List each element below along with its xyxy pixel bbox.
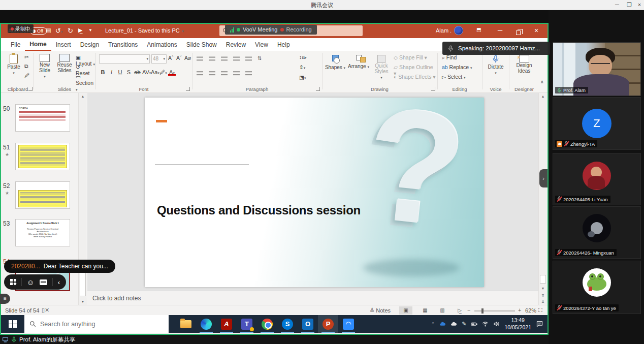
taskbar-outlook[interactable]: O (298, 315, 318, 333)
bullets-button[interactable] (197, 56, 203, 61)
taskbar-teams[interactable]: T (237, 315, 257, 333)
align-right-button[interactable] (221, 71, 228, 76)
tab-animations[interactable]: Animations (142, 39, 181, 50)
taskbar-search-input[interactable] (40, 321, 152, 328)
redo-button[interactable]: ↻ (68, 27, 73, 35)
wifi-icon[interactable] (482, 321, 489, 327)
grow-font-button[interactable]: Aˆ (168, 55, 174, 61)
tab-view[interactable]: View (250, 39, 273, 50)
align-text-button[interactable]: ⇕▾ (299, 64, 305, 70)
slide-thumbnail-52[interactable] (15, 181, 70, 209)
design-ideas-button[interactable]: ⚡ Design Ideas (511, 55, 537, 74)
participant-tile-zhengyi[interactable]: Z Zhengyi-TA (553, 97, 641, 150)
slide-title-text[interactable]: Questions and Discussions session (157, 203, 361, 217)
accessibility-checker-icon[interactable]: ▯✕ (42, 307, 49, 314)
thumbnail-scrollbar[interactable]: ▲ ▼ (78, 93, 86, 305)
text-shadow-button[interactable]: S (125, 69, 133, 76)
copy-button[interactable]: ⧉ (24, 63, 28, 70)
zoom-level[interactable]: 62% (525, 307, 536, 314)
onedrive-icon[interactable] (439, 321, 446, 327)
new-slide-button[interactable]: New Slide▾ (35, 54, 54, 79)
fit-slide-to-window-button[interactable]: ⛶ (538, 307, 542, 314)
justify-button[interactable] (233, 71, 240, 76)
paragraph-dialog-launcher[interactable] (316, 87, 320, 91)
voov-status-overlay[interactable]: VooV Meeting Recording (225, 25, 317, 35)
taskbar-acrobat[interactable]: A (216, 315, 237, 333)
voov-maximize-button[interactable]: ❐ (624, 0, 635, 10)
tab-insert[interactable]: Insert (51, 39, 76, 50)
voov-close-button[interactable]: × (634, 0, 644, 10)
find-button[interactable]: ⌕ Find (442, 54, 457, 61)
layout-grid-icon[interactable] (10, 279, 16, 285)
battery-icon[interactable] (471, 321, 477, 327)
scroll-up-arrow[interactable]: ▲ (539, 93, 547, 100)
strikethrough-button[interactable]: ab (134, 69, 141, 76)
participant-tile-yaotanye[interactable]: 2020264372-Y ao tan ye (553, 261, 641, 314)
shape-fill-button[interactable]: ◇ Shape Fill ▾ (394, 54, 427, 60)
start-button[interactable] (1, 315, 24, 333)
account-avatar[interactable] (454, 26, 463, 35)
slide-thumbnail-50[interactable]: CORBA (15, 104, 70, 132)
columns-button[interactable] (245, 71, 252, 76)
increase-indent-button[interactable] (233, 56, 240, 61)
change-case-button[interactable]: Aa▾ (151, 69, 158, 76)
taskbar-clock[interactable]: 13:49 10/05/2021 (504, 317, 531, 330)
font-color-button[interactable]: A▾ (168, 69, 176, 76)
underline-button[interactable]: U (116, 69, 124, 76)
taskbar-skype[interactable]: S (277, 315, 298, 333)
cloud-icon[interactable] (450, 321, 457, 327)
text-direction-button[interactable]: ↕a▾ (299, 54, 307, 60)
drawing-dialog-launcher[interactable] (431, 87, 435, 91)
account-name[interactable]: Alam . (436, 27, 452, 34)
arrange-button[interactable]: Arrange ▾ (347, 55, 370, 69)
quick-access-toolbar-menu[interactable]: ▼ (88, 28, 92, 33)
line-spacing-button[interactable] (245, 56, 252, 61)
ppt-minimize-button[interactable]: ─ (498, 26, 502, 34)
slideshow-view-button[interactable]: ▷̲ (453, 306, 466, 315)
participant-tile-prof-alam[interactable]: Prof. Alam (553, 42, 641, 96)
dictate-button[interactable]: Dictate▾ (485, 55, 507, 75)
taskbar-search[interactable] (24, 315, 169, 333)
taskbar-edge[interactable] (196, 315, 216, 333)
chat-notification[interactable]: 2020280... Dear Teacher can you... (4, 260, 115, 273)
current-slide-canvas[interactable]: ? Questions and Discussions session (145, 98, 484, 287)
font-name-combo[interactable]: ▾ (99, 54, 150, 64)
convert-smartart-button[interactable]: ⬔▾ (299, 74, 306, 80)
reading-view-button[interactable]: ▥ (436, 306, 449, 315)
font-size-combo[interactable]: 48▾ (151, 54, 167, 64)
voov-minimize-button[interactable]: ─ (611, 0, 623, 10)
taskbar-voov[interactable]: ◠ (338, 315, 359, 333)
replace-button[interactable]: ab Replace ▾ (442, 64, 472, 70)
slide-thumbnail-53[interactable]: Assignment 1/ Course Work 1 Review Paper… (15, 219, 70, 246)
undo-button[interactable]: ↺▾ (55, 27, 62, 35)
zoom-slider[interactable] (474, 310, 515, 311)
participant-tile-mingxuan[interactable]: 2020264426- Mingxuan (553, 206, 641, 259)
align-left-button[interactable] (197, 71, 203, 76)
font-dialog-launcher[interactable] (186, 87, 190, 91)
tab-slideshow[interactable]: Slide Show (182, 39, 221, 50)
shapes-button[interactable]: Shapes ▾ (325, 55, 346, 70)
next-slide-button[interactable]: ⇊ (539, 298, 547, 305)
sort-text-button[interactable]: ⇅ (257, 55, 262, 61)
shape-effects-button[interactable]: ◐ Shape Effects ▾ (394, 74, 436, 80)
highlight-color-button[interactable]: 🖉▾ (159, 69, 167, 76)
collapse-ribbon-button[interactable]: ∧ (540, 79, 544, 84)
reactions-smiley-icon[interactable]: ☺ (27, 278, 35, 286)
reuse-slides-button[interactable]: Reuse Slides (54, 54, 75, 73)
volume-icon[interactable] (493, 321, 500, 327)
slide-thumbnail-51[interactable] (15, 143, 70, 170)
tab-help[interactable]: Help (273, 39, 295, 50)
zoom-in-button[interactable]: + (518, 307, 521, 313)
scrollbar-thumb[interactable] (540, 275, 546, 284)
sidebar-collapse-handle[interactable]: › (539, 169, 548, 187)
taskbar-chrome[interactable] (257, 315, 277, 333)
chat-bubble-icon[interactable] (40, 279, 47, 285)
main-scrollbar[interactable]: ▲ ▼ ⇈ ⇊ (538, 93, 546, 305)
zoom-slider-thumb[interactable] (481, 308, 484, 314)
normal-view-button[interactable]: ▣ (399, 306, 412, 315)
participant-tile-liyuan[interactable]: 2020264405-Li Yuan (553, 153, 641, 205)
tab-transitions[interactable]: Transitions (104, 39, 142, 50)
notes-toggle-button[interactable]: ≜ Notes (370, 307, 391, 314)
scroll-up-arrow[interactable]: ▲ (79, 93, 87, 100)
tab-review[interactable]: Review (221, 39, 250, 50)
